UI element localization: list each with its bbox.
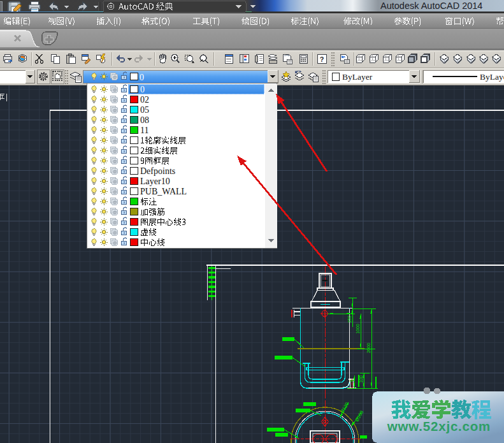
svg-text:0: 0	[140, 73, 144, 82]
svg-text:0: 0	[140, 85, 145, 94]
svg-text:www.52xjc.com: www.52xjc.com	[387, 419, 491, 433]
svg-text:?: ?	[320, 55, 324, 63]
svg-text:2000: 2000	[366, 343, 371, 353]
svg-text:PUB_WALL: PUB_WALL	[140, 187, 187, 196]
svg-text:1000: 1000	[356, 324, 360, 334]
svg-text:ByLayer: ByLayer	[480, 72, 504, 82]
svg-text:8: 8	[349, 379, 354, 382]
svg-text:11: 11	[140, 126, 148, 135]
svg-text:ByLayer: ByLayer	[342, 72, 373, 82]
svg-text:150: 150	[347, 316, 352, 323]
svg-text:02: 02	[140, 95, 149, 105]
svg-text:Autodesk AutoCAD 2014: Autodesk AutoCAD 2014	[380, 1, 482, 11]
svg-text:Defpoints: Defpoints	[140, 166, 175, 176]
svg-text:08: 08	[140, 115, 149, 125]
svg-text:Layer10: Layer10	[140, 177, 170, 186]
svg-text:05: 05	[140, 105, 149, 115]
